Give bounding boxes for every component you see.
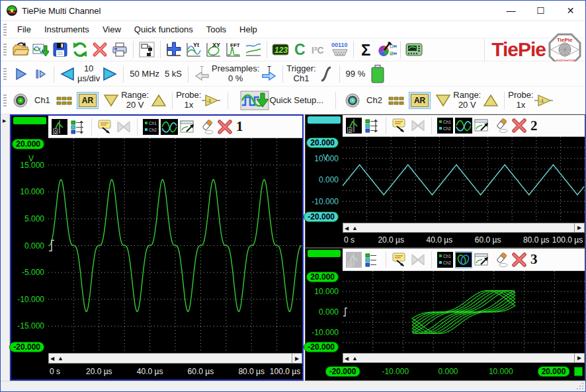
trigger-position-icon: ▲ (352, 225, 358, 231)
view2-erase-button[interactable] (492, 117, 509, 134)
presamples-decrease-button[interactable]: T (192, 64, 212, 84)
open-button[interactable] (11, 40, 30, 59)
view2-zero-scale-button[interactable]: 0 (345, 117, 362, 134)
view-toolbar-separator (431, 251, 432, 268)
serial-connector-icon: 00110 (330, 41, 350, 58)
menu-instruments[interactable]: Instruments (38, 22, 96, 37)
axis-extreme-label: -20.000 (325, 366, 360, 377)
fft-graph-button[interactable]: FFT (224, 40, 243, 59)
serial-button[interactable]: 00110 (330, 40, 350, 59)
view3-cursors-button[interactable] (409, 251, 427, 268)
view3-erase-button[interactable] (492, 251, 509, 268)
ch1-range-up-button[interactable] (149, 91, 169, 110)
channel-colors-button[interactable] (377, 40, 397, 59)
view3-xy-plot (343, 271, 585, 353)
ch2-range-up-button[interactable] (481, 91, 501, 110)
quick-setup-button[interactable]: Quick Setup... (240, 91, 323, 110)
menu-file[interactable]: File (11, 22, 38, 37)
view1-close-button[interactable] (216, 118, 233, 136)
view1-waveform-mode-button[interactable] (161, 118, 178, 136)
close-button[interactable]: ✕ (556, 1, 585, 20)
view1-erase-button[interactable] (198, 118, 215, 136)
resize-grip[interactable] (576, 382, 584, 390)
view1-scrollbar[interactable]: ◀ ▲ ▶ (48, 353, 302, 364)
view2-plot-area[interactable] (343, 137, 585, 223)
toolbar-drag-handle[interactable] (3, 44, 7, 56)
view3-plot-area[interactable] (343, 271, 585, 353)
view1-comment-button[interactable] (97, 118, 114, 136)
collapsed-panel-strip[interactable]: ▶ (1, 114, 10, 381)
save-data-button[interactable] (30, 40, 50, 59)
menu-view[interactable]: View (96, 22, 128, 37)
svg-text:XY: XY (212, 42, 220, 48)
view1-export-button[interactable] (179, 118, 196, 136)
view2-scrollbar[interactable]: ◀ ▲ ▶ (343, 223, 585, 233)
view2-channel-positions-button[interactable] (364, 117, 381, 134)
one-shot-icon (33, 67, 48, 81)
i2c-button[interactable]: I²C (310, 40, 330, 59)
view3-legend-button[interactable]: Ch1 Ch2 (437, 251, 454, 268)
timebase-faster-button[interactable] (100, 64, 120, 84)
view1-legend-button[interactable]: Ch1 Ch2 (142, 118, 159, 136)
view3-export-button[interactable] (474, 251, 491, 268)
timebase-slower-button[interactable] (58, 64, 77, 84)
view1-cursors-button[interactable] (115, 118, 132, 136)
ch2-connector-button[interactable] (343, 91, 362, 110)
view2-cursors-button[interactable] (409, 117, 427, 134)
ch2-autorange-toggle[interactable]: AR (409, 92, 431, 109)
view3-close-button[interactable] (511, 251, 528, 268)
ch1-connector-button[interactable] (11, 91, 30, 110)
menu-tools[interactable]: Tools (200, 22, 233, 37)
add-graph-button[interactable] (164, 40, 184, 59)
view1-zero-scale-button[interactable]: 0 (51, 118, 68, 136)
ch1-coupling-button[interactable] (54, 91, 74, 110)
menu-help[interactable]: Help (233, 22, 264, 37)
view2-comment-button[interactable] (391, 117, 408, 134)
c-meter-button[interactable]: C (290, 40, 310, 59)
view3-scrollbar[interactable]: ◀ ▲ ▶ (343, 353, 585, 363)
view2-export-button[interactable] (474, 117, 491, 134)
toolbar-drag-handle[interactable] (3, 95, 7, 106)
view2-waveform-mode-button[interactable] (455, 117, 472, 134)
ch1-range-down-button[interactable] (101, 91, 121, 110)
yt-graph-button[interactable]: Yt (184, 40, 204, 59)
refresh-button[interactable] (70, 40, 90, 59)
main-toolbar: Yt XY FFT (1, 38, 585, 61)
print-button[interactable] (110, 40, 130, 59)
view3-xy-mode-button[interactable] (455, 251, 472, 268)
one-shot-button[interactable] (30, 64, 50, 84)
sum-button[interactable]: Σ (357, 40, 377, 59)
view3-comment-button[interactable] (391, 251, 408, 268)
view1-plot-area[interactable] (48, 138, 302, 353)
sample-rate-value[interactable]: 50 MHz (130, 69, 159, 79)
save-button[interactable] (50, 40, 70, 59)
toolbar-drag-handle[interactable] (3, 68, 7, 80)
view2-close-button[interactable] (511, 117, 528, 134)
svg-text:Ch1: Ch1 (443, 254, 451, 258)
start-button[interactable] (11, 64, 30, 84)
ch2-probe-button[interactable]: -1 (534, 91, 554, 110)
ch1-autorange-toggle[interactable]: AR (77, 92, 99, 109)
view3-toolbar: 0 (343, 249, 585, 271)
record-length-value[interactable]: 5 kS (165, 69, 182, 79)
trigger-edge-button[interactable] (316, 64, 336, 84)
meter-button[interactable]: 123 (271, 40, 290, 59)
ch1-probe-button[interactable]: -1 (201, 91, 221, 110)
ch2-coupling-button[interactable] (386, 91, 406, 110)
menu-drag-handle[interactable] (3, 24, 7, 36)
xy-graph-button[interactable]: XY (204, 40, 224, 59)
view2-legend-button[interactable]: Ch1 Ch2 (437, 117, 454, 134)
view3-channel-positions-button[interactable] (364, 251, 381, 268)
line-graph-button[interactable] (243, 40, 263, 59)
remove-button[interactable] (90, 40, 110, 59)
minimize-button[interactable]: — (496, 1, 526, 20)
presamples-increase-button[interactable]: T (259, 64, 279, 84)
menu-quick-functions[interactable]: Quick functions (128, 22, 200, 37)
view1-channel-positions-button[interactable] (69, 118, 87, 136)
object-tree-button[interactable] (137, 40, 157, 59)
maximize-button[interactable]: ☐ (526, 1, 556, 20)
down-triangle-icon (103, 93, 119, 108)
ch2-range-down-button[interactable] (433, 91, 453, 110)
instrument-button[interactable] (404, 40, 424, 59)
ch2-autorange-label: AR (411, 94, 429, 107)
